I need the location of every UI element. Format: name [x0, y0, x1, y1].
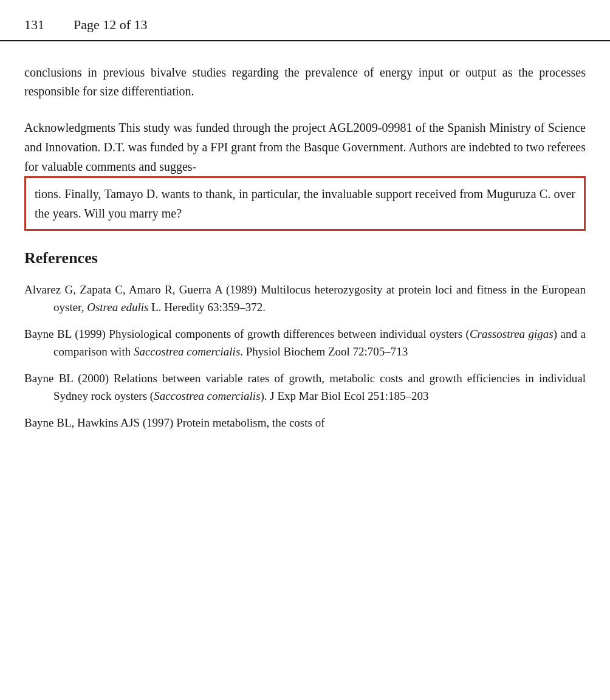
page-number: 131 — [24, 17, 44, 33]
reference-item-1: Alvarez G, Zapata C, Amaro R, Guerra A (… — [24, 281, 586, 317]
content-area: conclusions in previous bivalve studies … — [0, 41, 610, 464]
page-header: 131 Page 12 of 13 — [0, 0, 610, 41]
references-section: References Alvarez G, Zapata C, Amaro R,… — [24, 249, 586, 431]
acknowledgments-label: Acknowledgments — [24, 121, 115, 134]
reference-item-2: Bayne BL (1999) Physiological components… — [24, 325, 586, 361]
page-container: 131 Page 12 of 13 conclusions in previou… — [0, 0, 610, 700]
acknowledgments-highlighted-box: tions. Finally, Tamayo D. wants to thank… — [24, 176, 586, 231]
acknowledgments-normal: Acknowledgments This study was funded th… — [24, 118, 586, 176]
intro-paragraph: conclusions in previous bivalve studies … — [24, 63, 586, 101]
reference-item-4: Bayne BL, Hawkins AJS (1997) Protein met… — [24, 414, 586, 431]
acknowledgments-wrapper: Acknowledgments This study was funded th… — [24, 118, 586, 231]
acknowledgments-highlighted-text: tions. Finally, Tamayo D. wants to thank… — [35, 187, 575, 220]
references-title: References — [24, 249, 586, 267]
page-info: Page 12 of 13 — [74, 17, 148, 33]
reference-item-3: Bayne BL (2000) Relations between variab… — [24, 369, 586, 405]
